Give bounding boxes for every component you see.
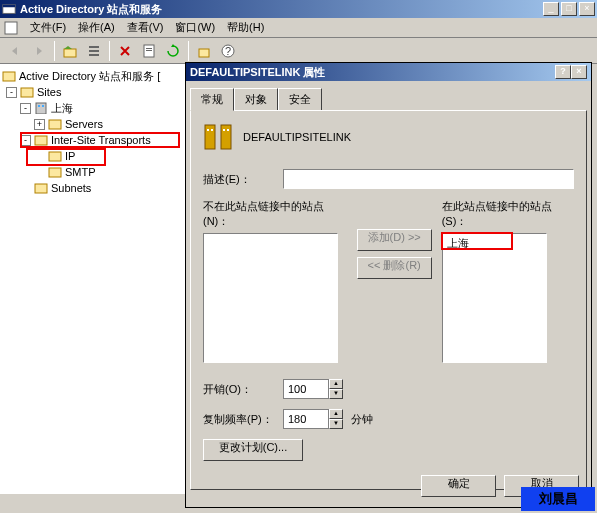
desc-input[interactable] bbox=[283, 169, 574, 189]
svg-rect-8 bbox=[146, 48, 152, 49]
tree-shanghai[interactable]: 上海 bbox=[51, 101, 73, 116]
dialog-titlebar: DEFAULTIPSITELINK 属性 ? × bbox=[186, 63, 591, 81]
menu-file[interactable]: 文件(F) bbox=[24, 18, 72, 37]
repl-unit: 分钟 bbox=[351, 412, 373, 427]
properties-dialog: DEFAULTIPSITELINK 属性 ? × 常规 对象 安全 DEFAUL… bbox=[185, 62, 592, 508]
refresh-button[interactable] bbox=[162, 40, 184, 62]
repl-spinner[interactable]: 180 ▲▼ bbox=[283, 409, 343, 429]
show-button[interactable] bbox=[83, 40, 105, 62]
svg-rect-4 bbox=[89, 46, 99, 48]
svg-rect-9 bbox=[146, 50, 152, 51]
cost-label: 开销(O)： bbox=[203, 382, 283, 397]
refresh-icon bbox=[166, 44, 180, 58]
cost-down[interactable]: ▼ bbox=[329, 389, 343, 399]
sitelink-icon bbox=[203, 121, 235, 153]
svg-rect-22 bbox=[35, 184, 47, 193]
dialog-help-button[interactable]: ? bbox=[555, 65, 571, 79]
maximize-button[interactable]: □ bbox=[561, 2, 577, 16]
svg-text:?: ? bbox=[225, 45, 231, 57]
menubar: 文件(F) 操作(A) 查看(V) 窗口(W) 帮助(H) bbox=[0, 18, 597, 38]
svg-rect-14 bbox=[21, 88, 33, 97]
folder-icon bbox=[34, 182, 48, 194]
svg-rect-18 bbox=[49, 120, 61, 129]
cost-value[interactable]: 100 bbox=[283, 379, 329, 399]
repl-down[interactable]: ▼ bbox=[329, 419, 343, 429]
menu-action[interactable]: 操作(A) bbox=[72, 18, 121, 37]
menu-window[interactable]: 窗口(W) bbox=[169, 18, 221, 37]
cost-spinner[interactable]: 100 ▲▼ bbox=[283, 379, 343, 399]
main-title: Active Directory 站点和服务 bbox=[20, 2, 543, 17]
properties-button[interactable] bbox=[138, 40, 160, 62]
twisty-shanghai[interactable]: - bbox=[20, 103, 31, 114]
schedule-button[interactable]: 更改计划(C)... bbox=[203, 439, 303, 461]
svg-rect-24 bbox=[221, 125, 231, 149]
dialog-close-button[interactable]: × bbox=[571, 65, 587, 79]
export-icon bbox=[197, 44, 211, 58]
repl-up[interactable]: ▲ bbox=[329, 409, 343, 419]
list-icon bbox=[87, 44, 101, 58]
tree-subnets[interactable]: Subnets bbox=[51, 182, 91, 194]
menu-view[interactable]: 查看(V) bbox=[121, 18, 170, 37]
delete-button[interactable] bbox=[114, 40, 136, 62]
forward-button[interactable] bbox=[28, 40, 50, 62]
tab-security[interactable]: 安全 bbox=[278, 88, 322, 111]
in-listbox[interactable]: 上海 bbox=[442, 233, 547, 363]
svg-rect-27 bbox=[223, 129, 225, 131]
tree-smtp[interactable]: SMTP bbox=[65, 166, 96, 178]
folder-icon bbox=[48, 118, 62, 130]
not-in-listbox[interactable] bbox=[203, 233, 338, 363]
desc-label: 描述(E)： bbox=[203, 172, 283, 187]
tab-object[interactable]: 对象 bbox=[234, 88, 278, 111]
twisty-sites[interactable]: - bbox=[6, 87, 17, 98]
svg-rect-13 bbox=[3, 72, 15, 81]
svg-rect-28 bbox=[227, 129, 229, 131]
delete-x-icon bbox=[118, 44, 132, 58]
ok-button[interactable]: 确定 bbox=[421, 475, 496, 497]
tree-panel[interactable]: Active Directory 站点和服务 [ -Sites -上海 +Ser… bbox=[0, 64, 187, 494]
building-icon bbox=[34, 102, 48, 114]
svg-rect-10 bbox=[199, 49, 209, 57]
tree-root[interactable]: Active Directory 站点和服务 [ bbox=[19, 69, 160, 84]
svg-rect-16 bbox=[38, 105, 40, 107]
svg-rect-1 bbox=[3, 5, 15, 8]
arrow-right-icon bbox=[32, 44, 46, 58]
tabstrip: 常规 对象 安全 bbox=[190, 87, 587, 110]
root-icon bbox=[2, 70, 16, 82]
close-button[interactable]: × bbox=[579, 2, 595, 16]
help-button[interactable]: ? bbox=[217, 40, 239, 62]
up-button[interactable] bbox=[59, 40, 81, 62]
not-in-label: 不在此站点链接中的站点(N)： bbox=[203, 199, 347, 229]
help-icon: ? bbox=[221, 44, 235, 58]
svg-rect-3 bbox=[64, 49, 76, 57]
tree-sites[interactable]: Sites bbox=[37, 86, 61, 98]
back-button[interactable] bbox=[4, 40, 26, 62]
tab-general[interactable]: 常规 bbox=[190, 88, 234, 111]
svg-rect-26 bbox=[211, 129, 213, 131]
twisty-servers[interactable]: + bbox=[34, 119, 45, 130]
in-label: 在此站点链接中的站点(S)： bbox=[442, 199, 574, 229]
folder-icon bbox=[20, 86, 34, 98]
toolbar: ? bbox=[0, 38, 597, 64]
tree-servers[interactable]: Servers bbox=[65, 118, 103, 130]
svg-rect-21 bbox=[49, 168, 61, 177]
app-icon bbox=[2, 2, 16, 16]
cost-up[interactable]: ▲ bbox=[329, 379, 343, 389]
repl-value[interactable]: 180 bbox=[283, 409, 329, 429]
folder-icon bbox=[48, 166, 62, 178]
minimize-button[interactable]: _ bbox=[543, 2, 559, 16]
export-button[interactable] bbox=[193, 40, 215, 62]
properties-icon bbox=[142, 44, 156, 58]
menu-help[interactable]: 帮助(H) bbox=[221, 18, 270, 37]
svg-rect-23 bbox=[205, 125, 215, 149]
add-button[interactable]: 添加(D) >> bbox=[357, 229, 432, 251]
dialog-title: DEFAULTIPSITELINK 属性 bbox=[190, 65, 555, 80]
svg-rect-6 bbox=[89, 54, 99, 56]
arrow-left-icon bbox=[8, 44, 22, 58]
highlight-in-item bbox=[441, 232, 513, 250]
highlight-ip bbox=[26, 148, 106, 166]
sitelink-name: DEFAULTIPSITELINK bbox=[243, 131, 351, 143]
folder-up-icon bbox=[63, 44, 77, 58]
repl-label: 复制频率(P)： bbox=[203, 412, 283, 427]
remove-button[interactable]: << 删除(R) bbox=[357, 257, 432, 279]
svg-rect-17 bbox=[42, 105, 44, 107]
